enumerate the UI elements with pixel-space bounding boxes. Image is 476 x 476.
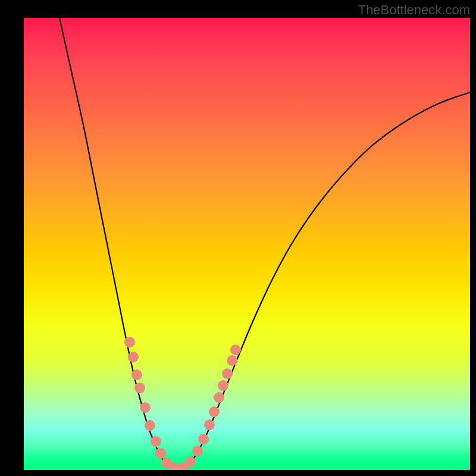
- data-marker: [140, 402, 151, 413]
- data-marker: [204, 419, 215, 430]
- watermark-text: TheBottleneck.com: [358, 2, 470, 18]
- data-marker: [230, 345, 241, 355]
- curve-svg: [24, 18, 470, 470]
- data-marker: [214, 392, 224, 403]
- data-marker: [222, 368, 233, 379]
- data-marker: [155, 448, 166, 459]
- left-curve: [60, 18, 171, 469]
- data-marker: [192, 446, 203, 456]
- plot-area: [24, 18, 470, 470]
- salmon-markers-group: [124, 337, 241, 470]
- data-marker: [145, 420, 155, 431]
- data-marker: [151, 436, 161, 447]
- data-marker: [128, 352, 139, 362]
- data-marker: [209, 406, 220, 417]
- data-marker: [124, 337, 135, 347]
- right-curve: [184, 92, 470, 469]
- data-marker: [131, 369, 142, 380]
- data-marker: [198, 434, 209, 444]
- data-marker: [134, 383, 145, 393]
- data-marker: [185, 456, 196, 467]
- data-marker: [218, 380, 228, 391]
- data-marker: [227, 355, 237, 366]
